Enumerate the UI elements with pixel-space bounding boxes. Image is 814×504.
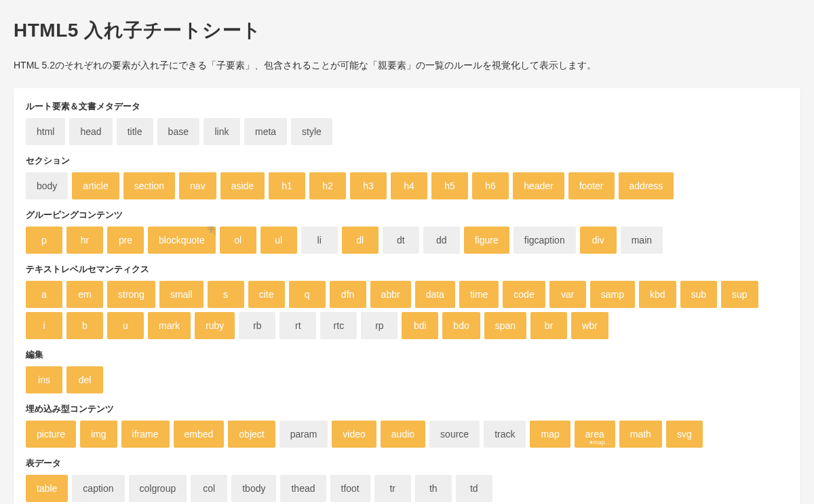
chip-label: section [134,180,164,191]
element-chip-hr[interactable]: hr [66,227,103,254]
element-chip-h6[interactable]: h6 [472,172,509,199]
element-chip-table[interactable]: table [26,475,68,502]
element-chip-video[interactable]: video [332,421,376,448]
element-chip-style[interactable]: style [291,118,332,145]
chip-label: em [78,289,91,300]
element-chip-th[interactable]: th [415,475,452,502]
element-chip-strong[interactable]: strong [107,281,155,308]
element-chip-var[interactable]: var [549,281,586,308]
element-chip-iframe[interactable]: iframe [121,421,170,448]
element-chip-link[interactable]: link [204,118,240,145]
element-chip-html[interactable]: html [26,118,65,145]
element-chip-embed[interactable]: embed [174,421,225,448]
element-chip-tfoot[interactable]: tfoot [330,475,370,502]
element-chip-base[interactable]: base [157,118,199,145]
element-chip-rtc[interactable]: rtc [320,312,357,339]
element-chip-dt[interactable]: dt [383,227,419,254]
chip-row: insdel [26,366,788,393]
element-chip-title[interactable]: title [117,118,153,145]
element-chip-mark[interactable]: mark [148,312,191,339]
element-chip-s[interactable]: s [208,281,244,308]
element-chip-bdi[interactable]: bdi [402,312,438,339]
element-chip-param[interactable]: param [279,421,328,448]
element-chip-p[interactable]: p [26,227,62,254]
element-chip-ruby[interactable]: ruby [195,312,235,339]
element-chip-rt[interactable]: rt [279,312,316,339]
element-chip-picture[interactable]: picture [26,421,76,448]
chip-label: h2 [322,180,333,191]
element-chip-caption[interactable]: caption [72,475,124,502]
element-chip-em[interactable]: em [66,281,103,308]
element-chip-nav[interactable]: nav [179,172,216,199]
element-chip-del[interactable]: del [66,366,103,393]
element-chip-footer[interactable]: footer [568,172,615,199]
element-chip-ul[interactable]: ul [260,227,297,254]
element-chip-h1[interactable]: h1 [269,172,305,199]
element-chip-rb[interactable]: rb [239,312,275,339]
element-chip-figcaption[interactable]: figcaption [513,227,576,254]
element-chip-figure[interactable]: figure [464,227,509,254]
element-chip-object[interactable]: object [228,421,275,448]
element-chip-code[interactable]: code [503,281,545,308]
element-chip-audio[interactable]: audio [381,421,425,448]
element-chip-h5[interactable]: h5 [431,172,468,199]
element-chip-bdo[interactable]: bdo [442,312,480,339]
element-chip-dd[interactable]: dd [423,227,460,254]
chip-label: math [630,429,651,440]
element-chip-dfn[interactable]: dfn [330,281,366,308]
element-chip-area[interactable]: area●map… [575,421,615,448]
element-chip-track[interactable]: track [484,421,526,448]
element-chip-meta[interactable]: meta [244,118,287,145]
element-chip-samp[interactable]: samp [590,281,635,308]
element-chip-tbody[interactable]: tbody [231,475,276,502]
element-chip-source[interactable]: source [429,421,480,448]
element-chip-u[interactable]: u [107,312,144,339]
element-chip-article[interactable]: article [72,172,119,199]
chip-label: h1 [282,180,292,191]
element-chip-ins[interactable]: ins [26,366,62,393]
element-chip-dl[interactable]: dl [342,227,379,254]
element-chip-cite[interactable]: cite [248,281,285,308]
element-chip-i[interactable]: i [26,312,62,339]
element-chip-aside[interactable]: aside [220,172,265,199]
element-chip-map[interactable]: map [530,421,570,448]
element-chip-pre[interactable]: pre [107,227,144,254]
element-chip-span[interactable]: span [484,312,526,339]
element-chip-section[interactable]: section [123,172,175,199]
element-chip-ol[interactable]: ol [220,227,256,254]
element-chip-h3[interactable]: h3 [350,172,387,199]
element-chip-data[interactable]: data [415,281,455,308]
element-chip-div[interactable]: div [580,227,617,254]
element-chip-q[interactable]: q [289,281,326,308]
element-chip-col[interactable]: col [191,475,227,502]
element-chip-li[interactable]: li [301,227,338,254]
chip-label: wbr [582,320,598,331]
element-chip-abbr[interactable]: abbr [370,281,411,308]
element-chip-main[interactable]: main [621,227,663,254]
element-chip-address[interactable]: address [619,172,674,199]
element-chip-b[interactable]: b [66,312,103,339]
element-chip-math[interactable]: math [619,421,662,448]
element-chip-h2[interactable]: h2 [309,172,346,199]
element-chip-img[interactable]: img [80,421,117,448]
element-chip-tr[interactable]: tr [374,475,411,502]
element-chip-svg[interactable]: svg [666,421,703,448]
element-chip-br[interactable]: br [530,312,567,339]
element-chip-header[interactable]: header [513,172,564,199]
element-chip-h4[interactable]: h4 [391,172,427,199]
element-chip-colgroup[interactable]: colgroup [129,475,187,502]
element-chip-head[interactable]: head [69,118,112,145]
element-chip-rp[interactable]: rp [361,312,398,339]
element-chip-td[interactable]: td [456,475,492,502]
element-chip-sub[interactable]: sub [680,281,718,308]
element-chip-sup[interactable]: sup [721,281,758,308]
chip-label: footer [579,180,604,191]
element-chip-a[interactable]: a [26,281,62,308]
element-chip-time[interactable]: time [459,281,499,308]
element-chip-small[interactable]: small [159,281,204,308]
element-chip-thead[interactable]: thead [280,475,326,502]
element-chip-kbd[interactable]: kbd [639,281,676,308]
element-chip-blockquote[interactable]: blockquote子 [148,227,216,254]
element-chip-wbr[interactable]: wbr [571,312,608,339]
element-chip-body[interactable]: body [26,172,68,199]
